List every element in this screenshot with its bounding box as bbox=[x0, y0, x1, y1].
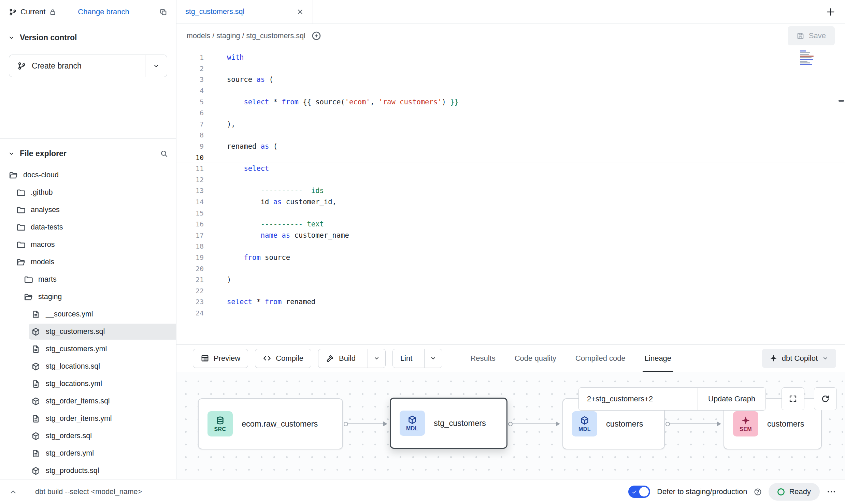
file-tree-item-github[interactable]: .github bbox=[0, 184, 176, 201]
file-icon bbox=[31, 345, 40, 354]
code-line-2[interactable]: 2 bbox=[176, 63, 845, 74]
code-line-13[interactable]: 13 ---------- ids bbox=[176, 185, 845, 196]
code-line-15[interactable]: 15 bbox=[176, 207, 845, 219]
create-branch-button[interactable]: Create branch bbox=[9, 55, 167, 77]
code-line-5[interactable]: 5 select * from {{ source('ecom', 'raw_c… bbox=[176, 96, 845, 107]
code-line-16[interactable]: 16 ---------- text bbox=[176, 219, 845, 230]
file-tree-item-stg-orders-sql[interactable]: stg_orders.sql bbox=[0, 427, 176, 445]
fullscreen-button[interactable] bbox=[782, 387, 804, 410]
file-tree-item-stg-customers-sql[interactable]: stg_customers.sql bbox=[0, 323, 176, 340]
code-line-9[interactable]: 9renamed as ( bbox=[176, 141, 845, 152]
code-line-23[interactable]: 23select * from renamed bbox=[176, 296, 845, 308]
tab-stg-customers-sql[interactable]: stg_customers.sql bbox=[176, 0, 313, 24]
code-line-11[interactable]: 11 select bbox=[176, 163, 845, 174]
file-name: staging bbox=[38, 293, 62, 301]
file-tree-item-stg-orders-yml[interactable]: stg_orders.yml bbox=[0, 445, 176, 462]
file-tree-item-sources-yml[interactable]: __sources.yml bbox=[0, 306, 176, 323]
folder-icon bbox=[16, 206, 25, 214]
model-icon: MDL bbox=[572, 411, 597, 436]
line-number: 19 bbox=[176, 253, 212, 262]
file-name: macros bbox=[31, 240, 55, 249]
file-name: stg_customers.sql bbox=[46, 327, 105, 336]
refresh-button[interactable] bbox=[814, 387, 837, 410]
code-line-22[interactable]: 22 bbox=[176, 285, 845, 296]
file-tree-item-stg-products-sql[interactable]: stg_products.sql bbox=[0, 462, 176, 479]
code-line-21[interactable]: 21) bbox=[176, 274, 845, 285]
code-line-17[interactable]: 17 name as customer_name bbox=[176, 230, 845, 241]
file-tree-item-stg-order-items-sql[interactable]: stg_order_items.sql bbox=[0, 392, 176, 410]
code-line-24[interactable]: 24 bbox=[176, 308, 845, 319]
defer-label: Defer to staging/production bbox=[657, 487, 747, 496]
copy-icon[interactable] bbox=[159, 8, 167, 16]
tab-code-quality[interactable]: Code quality bbox=[505, 345, 566, 372]
ready-status[interactable]: Ready bbox=[769, 483, 820, 501]
compile-button[interactable]: Compile bbox=[255, 349, 311, 368]
tab-lineage[interactable]: Lineage bbox=[635, 345, 681, 372]
status-bar: dbt build --select <model_name> Defer to… bbox=[0, 479, 845, 504]
current-branch-label: Current bbox=[20, 8, 45, 16]
lineage-node-model-stg-customers[interactable]: MDLstg_customers bbox=[390, 398, 507, 449]
build-button[interactable]: Build bbox=[318, 349, 386, 368]
change-branch-link[interactable]: Change branch bbox=[78, 8, 129, 16]
tab-results[interactable]: Results bbox=[461, 345, 505, 372]
lineage-node-source-ecom-raw-customers[interactable]: SRCecom.raw_customers bbox=[198, 398, 343, 449]
file-tree-item-stg-locations-sql[interactable]: stg_locations.sql bbox=[0, 358, 176, 375]
close-icon[interactable] bbox=[297, 8, 304, 15]
code-line-14[interactable]: 14 id as customer_id, bbox=[176, 196, 845, 208]
new-tab-icon[interactable] bbox=[826, 7, 835, 17]
file-tree-item-stg-order-items-yml[interactable]: stg_order_items.yml bbox=[0, 410, 176, 427]
preview-button[interactable]: Preview bbox=[193, 349, 248, 368]
lint-button[interactable]: Lint bbox=[392, 349, 442, 368]
file-tree-item-docs-cloud[interactable]: docs-cloud bbox=[0, 166, 176, 184]
folder-open-icon bbox=[16, 258, 25, 267]
file-tree-item-stg-customers-yml[interactable]: stg_customers.yml bbox=[0, 340, 176, 358]
chevron-up-icon[interactable] bbox=[9, 488, 17, 496]
tab-compiled-code[interactable]: Compiled code bbox=[566, 345, 635, 372]
overflow-menu-icon[interactable] bbox=[827, 487, 836, 496]
lint-main[interactable]: Lint bbox=[393, 349, 420, 368]
file-tree-item-models[interactable]: models bbox=[0, 253, 176, 271]
file-tree-item-marts[interactable]: marts bbox=[0, 271, 176, 288]
defer-toggle[interactable] bbox=[628, 486, 650, 498]
update-graph-button[interactable]: Update Graph bbox=[698, 388, 765, 410]
build-options-caret[interactable] bbox=[368, 349, 385, 368]
copilot-badge-icon[interactable] bbox=[312, 31, 321, 41]
code-line-7[interactable]: 7), bbox=[176, 119, 845, 130]
code-line-4[interactable]: 4 bbox=[176, 85, 845, 97]
scrollbar-thumb[interactable] bbox=[839, 100, 844, 102]
file-tree-item-data-tests[interactable]: data-tests bbox=[0, 219, 176, 236]
code-line-18[interactable]: 18 bbox=[176, 241, 845, 252]
code-brackets-icon bbox=[263, 354, 271, 362]
breadcrumb: models / staging / stg_customers.sql bbox=[187, 32, 305, 40]
sidebar: Current Change branch Version control Cr… bbox=[0, 0, 176, 479]
code-editor[interactable]: 1with23source as (45 select * from {{ so… bbox=[176, 48, 845, 344]
search-icon[interactable] bbox=[160, 150, 168, 158]
lineage-selector-input[interactable] bbox=[579, 388, 698, 410]
build-main[interactable]: Build bbox=[318, 349, 363, 368]
dbt-copilot-button[interactable]: dbt Copilot bbox=[762, 349, 836, 368]
code-line-1[interactable]: 1with bbox=[176, 52, 845, 63]
code-line-12[interactable]: 12 bbox=[176, 174, 845, 186]
save-label: Save bbox=[809, 31, 826, 40]
code-line-20[interactable]: 20 bbox=[176, 263, 845, 274]
code-line-10[interactable]: 10 bbox=[176, 152, 845, 163]
file-tree-item-analyses[interactable]: analyses bbox=[0, 201, 176, 219]
file-tree-item-stg-locations-yml[interactable]: stg_locations.yml bbox=[0, 375, 176, 392]
code-line-3[interactable]: 3source as ( bbox=[176, 74, 845, 85]
code-line-8[interactable]: 8 bbox=[176, 130, 845, 141]
help-icon[interactable] bbox=[754, 488, 762, 496]
code-line-19[interactable]: 19 from source bbox=[176, 252, 845, 263]
lint-options-caret[interactable] bbox=[424, 349, 442, 368]
file-explorer-header[interactable]: File explorer bbox=[0, 148, 176, 159]
save-button[interactable]: Save bbox=[788, 26, 835, 45]
create-branch-caret[interactable] bbox=[145, 55, 167, 77]
file-tree-item-macros[interactable]: macros bbox=[0, 236, 176, 253]
create-branch-main[interactable]: Create branch bbox=[9, 55, 145, 77]
spacer bbox=[0, 77, 176, 138]
folder-open-icon bbox=[9, 171, 18, 180]
status-right: Defer to staging/production Ready bbox=[628, 483, 836, 501]
version-control-header[interactable]: Version control bbox=[0, 32, 176, 43]
code-line-6[interactable]: 6 bbox=[176, 107, 845, 119]
file-name: .github bbox=[31, 188, 53, 197]
file-tree-item-staging[interactable]: staging bbox=[0, 288, 176, 306]
